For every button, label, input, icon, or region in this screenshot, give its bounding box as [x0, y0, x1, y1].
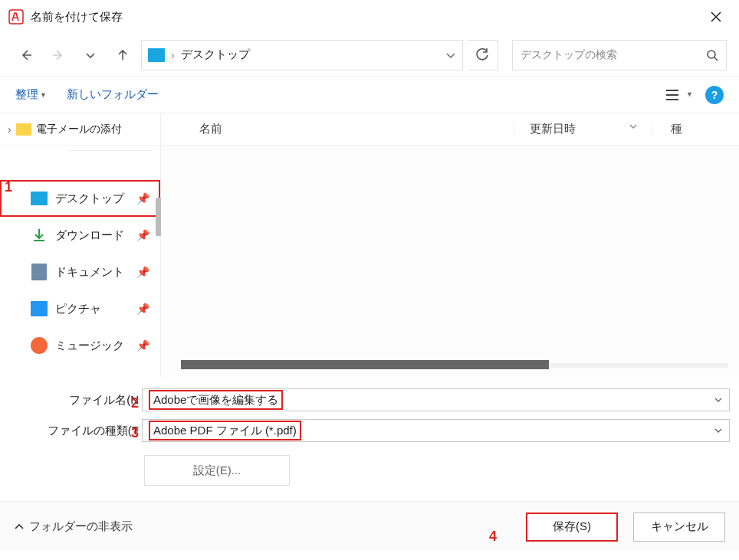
- nav-back-button[interactable]: [12, 41, 40, 69]
- document-icon: [31, 264, 47, 280]
- main-area: › 電子メールの添付 デスクトップ 📌 ダウンロード 📌 ドキュメント 📌: [0, 113, 739, 377]
- toolbar: 整理▼ 新しいフォルダー ▼ ?: [0, 77, 739, 113]
- quick-access-list: デスクトップ 📌 ダウンロード 📌 ドキュメント 📌 ピクチャ 📌: [0, 180, 160, 364]
- annotation-4: 4: [489, 529, 497, 545]
- sidebar-item-downloads[interactable]: ダウンロード 📌: [0, 217, 160, 254]
- nav-up-button[interactable]: [109, 41, 136, 69]
- search-icon: [706, 49, 718, 61]
- pin-icon: 📌: [136, 303, 149, 315]
- desktop-icon: [31, 192, 48, 205]
- search-input[interactable]: デスクトップの検索: [512, 40, 727, 70]
- nav-recent-button[interactable]: [77, 41, 104, 69]
- folder-icon: [16, 123, 31, 136]
- pin-icon: 📌: [136, 229, 149, 241]
- filename-value: Adobeで画像を編集する: [149, 390, 283, 410]
- breadcrumb[interactable]: › デスクトップ: [141, 40, 463, 70]
- tree-item-label: 電子メールの添付: [36, 123, 122, 136]
- close-button[interactable]: [701, 3, 731, 31]
- new-folder-button[interactable]: 新しいフォルダー: [67, 87, 159, 102]
- desktop-icon: [148, 48, 165, 62]
- chevron-down-icon[interactable]: [714, 395, 723, 404]
- filetype-value: Adobe PDF ファイル (*.pdf): [149, 421, 301, 440]
- titlebar: 名前を付けて保存: [0, 0, 739, 34]
- svg-rect-0: [9, 10, 23, 24]
- filetype-select[interactable]: Adobe PDF ファイル (*.pdf): [142, 419, 730, 442]
- pin-icon: 📌: [136, 339, 149, 352]
- chevron-right-icon: ›: [8, 123, 11, 136]
- navigation-pane: › 電子メールの添付 デスクトップ 📌 ダウンロード 📌 ドキュメント 📌: [0, 113, 161, 377]
- pin-icon: 📌: [136, 266, 149, 278]
- scrollbar-thumb[interactable]: [181, 360, 549, 369]
- sidebar-item-pictures[interactable]: ピクチャ 📌: [0, 290, 160, 327]
- filetype-label: ファイルの種類(T: [0, 424, 142, 438]
- organize-menu[interactable]: 整理▼: [15, 87, 47, 102]
- pictures-icon: [31, 301, 48, 316]
- column-header-date[interactable]: 更新日時: [514, 122, 652, 136]
- app-icon: [8, 8, 25, 25]
- divider: [69, 150, 153, 151]
- nav-forward-button[interactable]: [44, 41, 72, 69]
- settings-button[interactable]: 設定(E)...: [144, 455, 290, 486]
- sidebar-item-label: ピクチャ: [55, 302, 101, 316]
- chevron-down-icon[interactable]: [445, 50, 456, 61]
- cancel-button[interactable]: キャンセル: [633, 513, 725, 542]
- refresh-button[interactable]: [468, 40, 498, 70]
- file-list-body[interactable]: [161, 146, 739, 377]
- annotation-1: 1: [5, 179, 12, 195]
- sidebar-item-label: ドキュメント: [55, 265, 124, 280]
- sidebar-item-desktop[interactable]: デスクトップ 📌: [0, 180, 160, 217]
- chevron-down-icon[interactable]: [714, 426, 723, 435]
- sidebar-item-label: デスクトップ: [55, 192, 124, 206]
- column-header-type[interactable]: 種: [652, 122, 739, 136]
- annotation-3: 3: [131, 425, 139, 441]
- save-fields: ファイル名(N Adobeで画像を編集する ファイルの種類(T Adobe PD…: [0, 377, 739, 501]
- chevron-down-icon: [629, 122, 638, 131]
- horizontal-scrollbar[interactable]: [181, 360, 728, 371]
- pin-icon: 📌: [136, 192, 149, 205]
- svg-point-1: [708, 51, 715, 58]
- column-header-name[interactable]: 名前: [161, 122, 514, 136]
- tree-item-attachments[interactable]: › 電子メールの添付: [0, 113, 160, 146]
- window-title: 名前を付けて保存: [31, 10, 123, 25]
- chevron-up-icon: [14, 522, 25, 532]
- annotation-2: 2: [131, 395, 139, 411]
- chevron-right-icon: ›: [171, 49, 175, 61]
- help-button[interactable]: ?: [705, 86, 724, 104]
- hide-folders-toggle[interactable]: フォルダーの非表示: [14, 519, 133, 534]
- navbar: › デスクトップ デスクトップの検索: [0, 34, 739, 77]
- sidebar-item-label: ダウンロード: [55, 228, 124, 243]
- sidebar-item-music[interactable]: ミュージック 📌: [0, 327, 160, 364]
- view-options-button[interactable]: ▼: [666, 89, 693, 101]
- breadcrumb-location[interactable]: デスクトップ: [181, 47, 250, 62]
- sidebar-item-documents[interactable]: ドキュメント 📌: [0, 254, 160, 290]
- filename-label: ファイル名(N: [0, 393, 142, 408]
- save-button[interactable]: 保存(S): [526, 513, 618, 542]
- music-icon: [31, 337, 48, 354]
- filename-input[interactable]: Adobeで画像を編集する: [142, 388, 730, 411]
- search-placeholder: デスクトップの検索: [521, 48, 617, 62]
- download-icon: [31, 227, 48, 244]
- footer: フォルダーの非表示 保存(S) キャンセル: [0, 501, 739, 552]
- sidebar-item-label: ミュージック: [55, 339, 124, 353]
- file-list-pane: 名前 更新日時 種: [161, 113, 739, 377]
- list-header: 名前 更新日時 種: [161, 113, 739, 146]
